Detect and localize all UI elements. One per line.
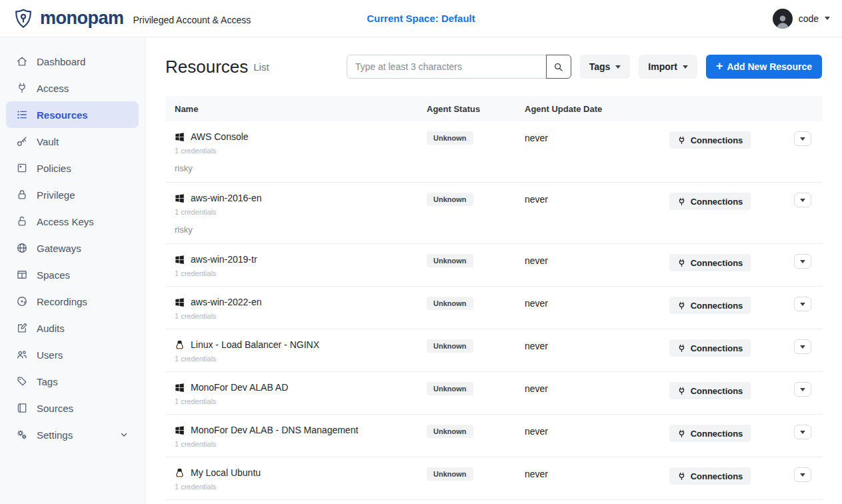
resource-name-link[interactable]: aws-win-2019-tr <box>191 254 257 265</box>
connections-button[interactable]: Connections <box>669 131 751 149</box>
table-row: My Local Ubuntu 1 credentials Unknown ne… <box>165 457 822 500</box>
credentials-count: 1 credentials <box>175 312 427 320</box>
plug-icon <box>677 259 686 267</box>
current-space-link[interactable]: Current Space: Default <box>367 13 475 24</box>
row-actions-dropdown[interactable] <box>794 467 811 482</box>
search-group <box>347 55 571 79</box>
credentials-count: 1 credentials <box>175 440 427 448</box>
sidebar-item-access[interactable]: Access <box>6 75 139 101</box>
brand[interactable]: monopam Privileged Account & Access <box>12 7 251 30</box>
linux-icon <box>175 340 185 350</box>
credentials-count: 1 credentials <box>175 269 427 277</box>
resource-name-link[interactable]: aws-win-2016-en <box>191 193 262 203</box>
connections-button[interactable]: Connections <box>669 425 751 442</box>
search-button[interactable] <box>546 55 571 79</box>
sidebar-item-access-keys[interactable]: Access Keys <box>6 208 139 235</box>
table-row: MonoFor Dev ALAB AD 1 credentials Unknow… <box>165 372 822 415</box>
resources-table: Name Agent Status Agent Update Date <box>165 96 822 500</box>
column-header-agent-update-date: Agent Update Date <box>525 104 657 114</box>
add-new-resource-button[interactable]: + Add New Resource <box>706 55 822 79</box>
sidebar-item-dashboard[interactable]: Dashboard <box>6 48 139 75</box>
plug-icon <box>677 197 686 206</box>
tag-icon <box>16 375 28 387</box>
users-icon <box>16 349 28 361</box>
chevron-down-icon <box>683 65 688 69</box>
row-actions-dropdown[interactable] <box>794 297 811 311</box>
connections-button[interactable]: Connections <box>669 193 751 210</box>
resource-name-link[interactable]: AWS Console <box>191 131 249 142</box>
resource-tag: risky <box>175 163 427 173</box>
agent-update-date: never <box>525 131 657 173</box>
agent-status-badge: Unknown <box>427 467 473 481</box>
sidebar-item-resources[interactable]: Resources <box>6 101 139 128</box>
search-input[interactable] <box>347 55 547 79</box>
table-row: aws-win-2022-en 1 credentials Unknown ne… <box>165 287 822 329</box>
tags-dropdown-button[interactable]: Tags <box>580 55 631 79</box>
connections-button[interactable]: Connections <box>669 467 751 485</box>
sidebar-item-vault[interactable]: Vault <box>6 128 139 155</box>
chevron-down-icon <box>800 260 805 263</box>
resource-name-link[interactable]: aws-win-2022-en <box>191 297 262 307</box>
resource-name-link[interactable]: MonoFor Dev ALAB - DNS Management <box>191 425 358 435</box>
import-dropdown-button[interactable]: Import <box>639 55 697 79</box>
sidebar-item-users[interactable]: Users <box>6 341 139 368</box>
agent-status-badge: Unknown <box>427 339 473 353</box>
page-subtitle: List <box>253 61 269 73</box>
chevron-down-icon <box>825 17 830 20</box>
agent-update-date: never <box>525 467 657 491</box>
agent-status-badge: Unknown <box>427 297 473 310</box>
home-icon <box>16 55 28 67</box>
connections-button[interactable]: Connections <box>669 339 751 357</box>
sidebar-item-policies[interactable]: Policies <box>6 155 139 181</box>
plug-icon <box>677 301 686 310</box>
sidebar-item-spaces[interactable]: Spaces <box>6 261 139 288</box>
page-title: Resources <box>165 57 248 77</box>
row-actions-dropdown[interactable] <box>794 254 811 269</box>
table-header: Name Agent Status Agent Update Date <box>165 96 822 121</box>
connections-button[interactable]: Connections <box>669 297 751 314</box>
sidebar-item-settings[interactable]: Settings <box>6 421 139 448</box>
globe-icon <box>16 242 28 254</box>
connections-button[interactable]: Connections <box>669 382 751 399</box>
app-header: monopam Privileged Account & Access Curr… <box>0 0 842 37</box>
layout-icon <box>16 269 28 281</box>
sidebar-item-sources[interactable]: Sources <box>6 395 139 421</box>
windows-icon <box>175 425 185 435</box>
key-icon <box>16 135 28 147</box>
table-row: aws-win-2016-en 1 credentials risky Unkn… <box>165 183 822 244</box>
agent-status-badge: Unknown <box>427 254 473 267</box>
row-actions-dropdown[interactable] <box>794 425 811 439</box>
connections-button[interactable]: Connections <box>669 254 751 271</box>
table-row: AWS Console 1 credentials risky Unknown … <box>165 121 822 183</box>
sidebar-item-recordings[interactable]: Recordings <box>6 288 139 315</box>
resource-name-link[interactable]: My Local Ubuntu <box>191 467 261 478</box>
search-icon <box>553 62 563 72</box>
sidebar-item-gateways[interactable]: Gateways <box>6 235 139 261</box>
user-menu[interactable]: code <box>773 9 830 29</box>
credentials-count: 1 credentials <box>175 397 427 405</box>
unlock-icon <box>16 215 28 227</box>
chevron-down-icon <box>615 65 621 69</box>
sidebar-item-audits[interactable]: Audits <box>6 315 139 341</box>
sidebar-item-tags[interactable]: Tags <box>6 368 139 395</box>
chevron-down-icon <box>800 345 805 349</box>
brand-name: monopam <box>40 8 124 29</box>
shield-logo-icon <box>12 7 35 30</box>
agent-status-badge: Unknown <box>427 382 473 395</box>
agent-update-date: never <box>525 425 657 448</box>
resource-name-link[interactable]: Linux - Load Balancer - NGINX <box>191 339 319 350</box>
lock-icon <box>16 189 28 201</box>
row-actions-dropdown[interactable] <box>794 339 811 354</box>
note-icon <box>16 162 28 174</box>
sidebar-item-privilege[interactable]: Privilege <box>6 181 139 208</box>
windows-icon <box>175 297 185 307</box>
row-actions-dropdown[interactable] <box>794 131 811 146</box>
row-actions-dropdown[interactable] <box>794 193 811 207</box>
column-header-name: Name <box>165 104 427 114</box>
row-actions-dropdown[interactable] <box>794 382 811 397</box>
chevron-down-icon <box>800 137 805 141</box>
resource-name-link[interactable]: MonoFor Dev ALAB AD <box>191 382 288 393</box>
table-body: AWS Console 1 credentials risky Unknown … <box>165 121 822 500</box>
chevron-down-icon <box>800 199 805 202</box>
agent-update-date: never <box>525 193 657 235</box>
